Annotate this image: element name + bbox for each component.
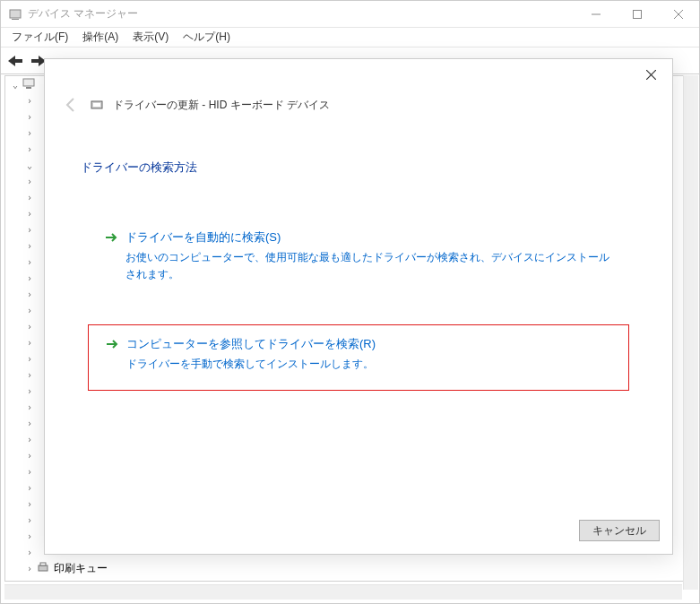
- app-icon: [8, 7, 22, 22]
- expander-icon[interactable]: ›: [23, 304, 36, 316]
- maximize-button[interactable]: [617, 1, 658, 28]
- expander-icon[interactable]: ›: [23, 320, 36, 332]
- back-arrow-icon[interactable]: [61, 95, 81, 115]
- expander-icon[interactable]: ›: [23, 175, 36, 187]
- expander-open-icon[interactable]: ⌄: [23, 159, 36, 171]
- option-description: お使いのコンピューターで、使用可能な最も適したドライバーが検索され、デバイスにイ…: [104, 246, 613, 283]
- svg-rect-7: [26, 87, 31, 89]
- minimize-button[interactable]: [575, 1, 617, 28]
- options-area: ドライバーを自動的に検索(S) お使いのコンピューターで、使用可能な最も適したド…: [45, 176, 672, 391]
- menubar: ファイル(F) 操作(A) 表示(V) ヘルプ(H): [1, 28, 699, 47]
- cancel-button[interactable]: キャンセル: [579, 520, 660, 541]
- device-icon: [90, 98, 104, 112]
- window-controls: [575, 1, 699, 28]
- expander-icon[interactable]: ›: [23, 530, 36, 542]
- driver-update-dialog: ドライバーの更新 - HID キーボード デバイス ドライバーの検索方法 ドライ…: [44, 58, 673, 555]
- menu-view[interactable]: 表示(V): [127, 28, 174, 47]
- menu-help[interactable]: ヘルプ(H): [177, 28, 236, 47]
- expander-icon[interactable]: ›: [23, 368, 36, 381]
- svg-rect-1: [12, 19, 19, 20]
- back-icon[interactable]: [4, 50, 26, 72]
- expander-icon[interactable]: ›: [23, 191, 36, 203]
- dialog-title: ドライバーの更新 - HID キーボード デバイス: [113, 98, 330, 113]
- expander-icon[interactable]: ›: [23, 449, 36, 462]
- expander-icon[interactable]: ›: [23, 497, 36, 510]
- menu-action[interactable]: 操作(A): [77, 28, 124, 47]
- option-browse-computer[interactable]: コンピューターを参照してドライバーを検索(R) ドライバーを手動で検索してインス…: [88, 324, 629, 390]
- expander-icon[interactable]: ›: [23, 223, 36, 236]
- expander-icon[interactable]: ›: [23, 352, 36, 365]
- svg-rect-8: [39, 565, 48, 571]
- computer-icon: [22, 76, 36, 93]
- dialog-close-button[interactable]: [638, 65, 663, 84]
- svg-rect-3: [634, 10, 642, 18]
- expander-icon[interactable]: ›: [23, 110, 36, 123]
- dialog-header: ドライバーの更新 - HID キーボード デバイス: [45, 59, 672, 115]
- expander-icon[interactable]: ›: [23, 207, 36, 220]
- printer-icon: [36, 560, 50, 577]
- expander-icon[interactable]: ›: [23, 546, 36, 558]
- expander-icon[interactable]: ›: [23, 126, 36, 139]
- expander-icon[interactable]: ›: [23, 513, 36, 526]
- expander-icon[interactable]: ›: [23, 433, 36, 445]
- titlebar: デバイス マネージャー: [1, 1, 699, 28]
- expander-icon[interactable]: ›: [23, 401, 36, 413]
- dialog-footer: キャンセル: [579, 520, 660, 541]
- option-title: コンピューターを参照してドライバーを検索(R): [126, 336, 376, 352]
- option-description: ドライバーを手動で検索してインストールします。: [105, 352, 612, 373]
- window-title: デバイス マネージャー: [28, 6, 138, 22]
- expander-icon[interactable]: ›: [23, 142, 36, 155]
- tree-node-print[interactable]: › 印刷キュー: [5, 560, 696, 576]
- svg-rect-6: [23, 79, 34, 86]
- section-heading: ドライバーの検索方法: [45, 115, 672, 176]
- expander-icon[interactable]: ›: [23, 288, 36, 300]
- close-button[interactable]: [658, 1, 699, 28]
- expander-icon[interactable]: ›: [23, 417, 36, 429]
- expander-icon[interactable]: ›: [23, 481, 36, 494]
- expander-icon[interactable]: ›: [23, 384, 36, 397]
- scrollbar-vertical[interactable]: [683, 75, 698, 590]
- expander-open-icon[interactable]: ⌄: [9, 78, 22, 91]
- expander-icon[interactable]: ›: [23, 562, 36, 574]
- scrollbar-horizontal[interactable]: [4, 584, 682, 600]
- expander-icon[interactable]: ›: [23, 465, 36, 478]
- option-auto-search[interactable]: ドライバーを自動的に検索(S) お使いのコンピューターで、使用可能な最も適したド…: [88, 219, 629, 299]
- option-title: ドライバーを自動的に検索(S): [125, 229, 281, 246]
- expander-icon[interactable]: ›: [23, 239, 36, 252]
- tree-label: 印刷キュー: [54, 561, 108, 576]
- arrow-right-icon: [105, 337, 119, 351]
- svg-rect-0: [10, 10, 21, 18]
- menu-file[interactable]: ファイル(F): [6, 28, 73, 47]
- expander-icon[interactable]: ›: [23, 336, 36, 349]
- expander-icon[interactable]: ›: [23, 255, 36, 268]
- svg-rect-9: [40, 563, 46, 565]
- expander-icon[interactable]: ›: [23, 94, 36, 107]
- svg-rect-13: [93, 103, 100, 107]
- expander-icon[interactable]: ›: [23, 272, 36, 284]
- arrow-right-icon: [104, 230, 118, 245]
